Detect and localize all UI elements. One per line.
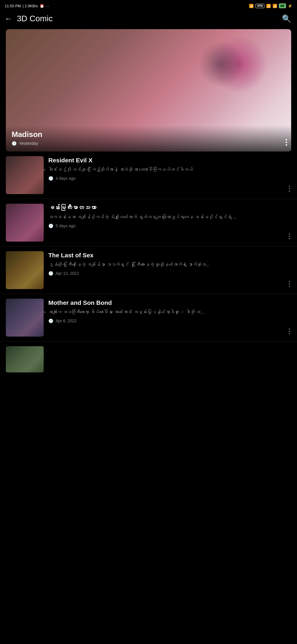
- list-item[interactable]: Resident Evil X ဆေါင်းစဉ်ကို တစ်ချက် ကြည…: [0, 152, 297, 199]
- item-description: ယောက်ျားက အသက်ကြီးလာတော့ အိပ်ယာပေါ်မှာ က…: [48, 309, 283, 316]
- item-time: Apr 13, 2022: [56, 271, 79, 276]
- more-dot-3: [289, 238, 290, 239]
- hero-more-button[interactable]: [286, 139, 287, 146]
- hero-blur-decoration-2: [198, 41, 245, 87]
- item-time: 5 days ago: [56, 224, 76, 228]
- more-dots: ···: [46, 4, 49, 8]
- item-more-button[interactable]: [288, 327, 291, 335]
- item-clock-icon: 🕐: [48, 319, 53, 323]
- more-dot-2: [289, 331, 290, 332]
- item-thumbnail-partial: [6, 346, 44, 372]
- signal-icon: 📶: [266, 4, 271, 8]
- search-button[interactable]: 🔍: [282, 14, 291, 23]
- content-list: Resident Evil X ဆေါင်းစဉ်ကို တစ်ချက် ကြည…: [0, 152, 297, 375]
- wifi-icon: 📶: [249, 4, 254, 8]
- app-bar: ← 3D Comic 🔍: [0, 10, 297, 27]
- list-item[interactable]: Mother and Son Bond ယောက်ျားက အသက်ကြီးလာ…: [0, 294, 297, 342]
- more-dot-3: [286, 144, 287, 146]
- vpn-badge: VPN: [255, 4, 264, 8]
- item-description: ဒွန်ဘိုတွေ ကြီးစိုးနေတဲ့ အချိန်မှာ အသက်ရ…: [48, 261, 283, 268]
- item-meta: 🕐 Apr 6, 2022: [48, 319, 283, 323]
- item-thumbnail: [6, 299, 44, 337]
- more-dot-2: [286, 142, 287, 143]
- item-clock-icon: 🕐: [48, 224, 53, 228]
- more-dot-3: [289, 191, 290, 192]
- item-more-button[interactable]: [288, 280, 291, 288]
- item-content: ခန်းမကြီးမာတသတာ အကခန်းမမာ အချိန်ပိုကမိတဲ…: [48, 204, 283, 228]
- battery-indicator: 60: [279, 3, 286, 8]
- more-dot-1: [286, 139, 287, 140]
- list-item[interactable]: ခန်းမကြီးမာတသတာ အကခန်းမမာ အချိန်ပိုကမိတဲ…: [0, 199, 297, 247]
- hero-meta: 🕐 Yesterday: [12, 141, 277, 146]
- status-left: 11:55 PM | 2.9KB/s ⏰ ···: [5, 4, 49, 8]
- more-dot-2: [289, 188, 290, 189]
- more-dot-1: [289, 233, 290, 235]
- item-content: Mother and Son Bond ယောက်ျားက အသက်ကြီးလာ…: [48, 299, 283, 323]
- item-thumbnail: [6, 204, 44, 242]
- item-content: Resident Evil X ဆေါင်းစဉ်ကို တစ်ချက် ကြည…: [48, 156, 283, 181]
- item-description: ဆေါင်းစဉ်ကို တစ်ချက် ကြည့်လိုက်တာနဲ့ ဘာလ…: [48, 166, 283, 173]
- alarm-icon: ⏰: [40, 4, 44, 8]
- charging-icon: ⚡: [288, 4, 292, 8]
- more-dot-3: [289, 286, 290, 287]
- item-meta: 🕐 4 days ago: [48, 176, 283, 181]
- hero-title: Madison: [12, 130, 277, 139]
- item-title: ခန်းမကြီးမာတသတာ: [48, 204, 283, 212]
- status-right: 📶 VPN 📶 📶 60 ⚡: [249, 3, 292, 8]
- signal-icon-2: 📶: [273, 4, 277, 8]
- more-dot-3: [289, 333, 290, 334]
- back-button[interactable]: ←: [5, 14, 12, 23]
- hero-clock-icon: 🕐: [12, 141, 17, 146]
- list-item-partial[interactable]: [0, 342, 297, 375]
- hero-card[interactable]: Madison 🕐 Yesterday: [6, 29, 291, 152]
- more-dot-1: [289, 186, 290, 187]
- item-time: 4 days ago: [56, 176, 76, 181]
- item-time: Apr 6, 2022: [56, 319, 77, 323]
- item-description: အကခန်းမမာ အချိန်ပိုကမိတဲ့ မိချို့တစ်ယောက…: [48, 214, 283, 221]
- network-speed: | 2.9KB/s: [23, 4, 38, 8]
- time-display: 11:55 PM: [5, 4, 21, 8]
- item-title: Mother and Son Bond: [48, 299, 283, 307]
- item-thumbnail: [6, 156, 44, 194]
- hero-time: Yesterday: [19, 141, 38, 146]
- more-dot-2: [289, 236, 290, 237]
- more-dot-1: [289, 328, 290, 330]
- item-clock-icon: 🕐: [48, 176, 53, 181]
- status-bar: 11:55 PM | 2.9KB/s ⏰ ··· 📶 VPN 📶 📶 60 ⚡: [0, 0, 297, 10]
- more-dot-1: [289, 281, 290, 282]
- item-meta: 🕐 Apr 13, 2022: [48, 271, 283, 276]
- item-more-button[interactable]: [288, 232, 291, 240]
- app-bar-left: ← 3D Comic: [5, 14, 53, 23]
- item-clock-icon: 🕐: [48, 271, 53, 276]
- item-more-button[interactable]: [288, 185, 291, 193]
- list-item[interactable]: The Last of Sex ဒွန်ဘိုတွေ ကြီးစိုးနေတဲ့…: [0, 247, 297, 294]
- more-dot-2: [289, 283, 290, 284]
- item-content: The Last of Sex ဒွန်ဘိုတွေ ကြီးစိုးနေတဲ့…: [48, 251, 283, 276]
- item-title: Resident Evil X: [48, 156, 283, 164]
- hero-card-overlay: Madison 🕐 Yesterday: [6, 125, 291, 152]
- item-title: The Last of Sex: [48, 251, 283, 259]
- item-meta: 🕐 5 days ago: [48, 224, 283, 228]
- item-thumbnail: [6, 251, 44, 289]
- page-title: 3D Comic: [17, 14, 53, 23]
